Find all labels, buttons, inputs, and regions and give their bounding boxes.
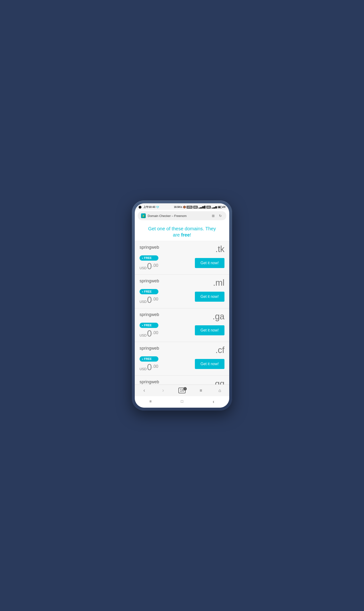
price-cents-3: .00 — [152, 364, 158, 369]
address-text[interactable]: Domain Checker – Freenom — [148, 214, 209, 218]
domain-tld-3: .cf — [215, 346, 224, 354]
bookmark-icon[interactable]: ⊞ — [211, 213, 216, 218]
domain-name-3: springweb — [140, 346, 159, 351]
forward-icon: › — [162, 387, 164, 394]
status-bar: 上午10:43 🛡 18.5K/s 🔕 VPN HD ▂▄▆█ HD ▂▄▆ 3… — [135, 203, 229, 210]
price-amount-0: 0 — [147, 262, 152, 271]
hd-4g-badge: HD — [206, 206, 211, 209]
domain-tld-2: .ga — [212, 312, 224, 321]
domain-name-1: springweb — [140, 279, 159, 284]
domain-card-body-0: FREE USD 0 .00 Get it now! — [140, 255, 224, 271]
domain-card-header-2: springweb .ga — [140, 312, 224, 321]
header-title: Get one of these domains. They are free! — [140, 226, 224, 238]
menu-button[interactable]: ≡ — [195, 387, 206, 394]
main-content: Get one of these domains. They are free!… — [135, 222, 229, 385]
price-row-0: USD 0 .00 — [140, 262, 158, 271]
tab-badge: + — [183, 387, 187, 390]
forward-button[interactable]: › — [158, 387, 169, 394]
price-amount-2: 0 — [147, 329, 152, 338]
price-row-2: USD 0 .00 — [140, 329, 158, 338]
status-right: 18.5K/s 🔕 VPN HD ▂▄▆█ HD ▂▄▆ 39 — [174, 206, 225, 209]
browser-shield-icon: ⚡ — [141, 213, 146, 218]
get-btn-2[interactable]: Get it now! — [195, 325, 224, 335]
shield-symbol: ⚡ — [142, 214, 145, 217]
domain-card-header-0: springweb .tk — [140, 245, 224, 253]
domain-card-header-4: springweb .gq — [140, 380, 224, 385]
free-badge-3: FREE — [140, 356, 158, 362]
sys-menu-button[interactable]: ≡ — [146, 398, 155, 405]
vpn-badge: VPN — [186, 206, 193, 209]
get-btn-3[interactable]: Get it now! — [195, 359, 224, 369]
bottom-nav: ‹ › 16 + ≡ ⌂ — [135, 385, 229, 396]
home-button[interactable]: ⌂ — [214, 387, 225, 394]
price-cents-1: .00 — [152, 297, 158, 302]
domain-tld-0: .tk — [215, 245, 224, 253]
domain-tld-1: .ml — [213, 279, 224, 287]
price-amount-1: 0 — [147, 296, 152, 304]
mute-icon: 🔕 — [183, 206, 186, 208]
phone-frame: 上午10:43 🛡 18.5K/s 🔕 VPN HD ▂▄▆█ HD ▂▄▆ 3… — [132, 200, 232, 411]
price-cents-0: .00 — [152, 263, 158, 268]
address-bar[interactable]: ⚡ Domain Checker – Freenom ⊞ ↻ — [138, 211, 226, 220]
domain-name-4: springweb — [140, 380, 159, 385]
home-icon: ⌂ — [219, 388, 221, 393]
price-usd-3: USD — [140, 367, 147, 371]
header-banner: Get one of these domains. They are free! — [135, 222, 229, 241]
get-btn-1[interactable]: Get it now! — [195, 292, 224, 302]
sys-home-button[interactable]: □ — [177, 398, 187, 405]
domain-card-0: springweb .tk FREE USD 0 .00 Get it now! — [135, 241, 229, 275]
back-button[interactable]: ‹ — [139, 387, 150, 394]
back-icon: ‹ — [143, 387, 145, 394]
sys-back-icon: ‹ — [213, 399, 214, 404]
sys-back-button[interactable]: ‹ — [209, 398, 218, 405]
signal-4g: ▂▄▆█ — [198, 206, 206, 208]
domain-card-3: springweb .cf FREE USD 0 .00 Get it now! — [135, 342, 229, 376]
status-left: 上午10:43 🛡 — [139, 205, 159, 209]
price-section-1: FREE USD 0 .00 — [140, 289, 158, 304]
sys-home-icon: □ — [181, 399, 183, 404]
domain-tld-4: .gq — [212, 380, 224, 385]
domain-card-1: springweb .ml FREE USD 0 .00 Get it now! — [135, 275, 229, 308]
price-usd-1: USD — [140, 300, 147, 304]
domain-card-header-3: springweb .cf — [140, 346, 224, 354]
camera-dot — [139, 206, 142, 209]
domain-card-4: springweb .gq FREE USD 0 .00 Get it now! — [135, 376, 229, 385]
price-section-2: FREE USD 0 .00 — [140, 323, 158, 338]
price-section-0: FREE USD 0 .00 — [140, 255, 158, 271]
signal-4g-2: ▂▄▆ — [212, 206, 217, 208]
domain-card-body-3: FREE USD 0 .00 Get it now! — [140, 356, 224, 372]
domain-card-header-1: springweb .ml — [140, 279, 224, 287]
address-actions: ⊞ ↻ — [211, 213, 223, 218]
price-row-1: USD 0 .00 — [140, 296, 158, 304]
status-app-icon: 🛡 — [156, 206, 159, 209]
battery-fill — [218, 206, 221, 208]
tabs-button[interactable]: 16 + — [177, 387, 187, 394]
menu-icon: ≡ — [200, 388, 202, 393]
price-section-3: FREE USD 0 .00 — [140, 356, 158, 372]
status-time: 上午10:43 — [143, 205, 155, 209]
price-row-3: USD 0 .00 — [140, 363, 158, 372]
domain-card-body-1: FREE USD 0 .00 Get it now! — [140, 289, 224, 304]
domain-card-body-2: FREE USD 0 .00 Get it now! — [140, 323, 224, 338]
free-badge-1: FREE — [140, 289, 158, 294]
get-btn-0[interactable]: Get it now! — [195, 258, 224, 268]
header-line2: are — [173, 232, 181, 238]
network-speed: 18.5K/s — [174, 206, 182, 208]
refresh-icon[interactable]: ↻ — [218, 213, 223, 218]
battery-icon — [218, 206, 222, 208]
header-exclaim: ! — [190, 232, 191, 238]
domain-name-0: springweb — [140, 245, 159, 250]
hd-badge: HD — [193, 206, 198, 209]
battery-pct: 39 — [223, 206, 225, 208]
header-line1: Get one of these domains. They — [148, 226, 216, 231]
free-badge-2: FREE — [140, 323, 158, 328]
sys-menu-icon: ≡ — [149, 399, 152, 404]
free-badge-0: FREE — [140, 255, 158, 261]
domain-name-2: springweb — [140, 312, 159, 317]
price-usd-2: USD — [140, 333, 147, 337]
price-usd-0: USD — [140, 266, 147, 270]
domain-card-2: springweb .ga FREE USD 0 .00 Get it now! — [135, 308, 229, 342]
header-free: free — [181, 232, 190, 238]
system-nav: ≡ □ ‹ — [135, 396, 229, 408]
price-cents-2: .00 — [152, 330, 158, 335]
